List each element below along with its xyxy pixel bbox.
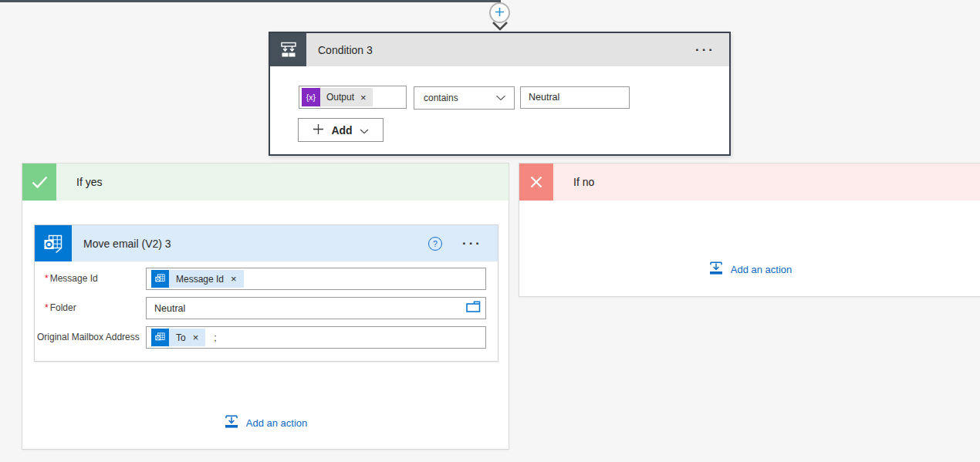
plus-icon [495, 6, 505, 20]
token-label: Output [326, 92, 354, 103]
add-action-label: Add an action [246, 417, 308, 429]
folder-input[interactable]: Neutral [146, 297, 486, 319]
outlook-icon [151, 270, 169, 288]
remove-token-button[interactable]: × [193, 332, 199, 343]
help-button[interactable]: ? [428, 237, 442, 251]
condition-value-input[interactable]: Neutral [520, 86, 630, 109]
add-action-icon [224, 414, 239, 432]
token-label: Message Id [176, 274, 224, 285]
check-icon [22, 164, 56, 201]
token-label: To [176, 332, 186, 343]
outlook-icon [35, 225, 72, 261]
field-label-folder: *Folder [45, 297, 76, 319]
folder-value: Neutral [154, 303, 185, 314]
folder-icon [466, 301, 481, 315]
input-suffix-text: ; [214, 332, 216, 343]
remove-token-button[interactable]: × [360, 92, 367, 103]
chevron-down-icon [495, 93, 506, 103]
condition-card-header[interactable]: Condition 3 ··· [270, 33, 729, 66]
message-id-token-chip[interactable]: Message Id × [151, 270, 244, 288]
condition-menu-button[interactable]: ··· [695, 43, 715, 56]
x-icon [519, 164, 553, 201]
if-yes-branch: If yes Move email (V2) 3 ? [22, 163, 509, 450]
if-no-label: If no [573, 176, 594, 188]
if-no-header[interactable]: If no [519, 164, 980, 201]
action-title: Move email (V2) 3 [83, 238, 428, 250]
folder-picker-button[interactable] [466, 301, 481, 315]
outlook-icon [151, 329, 169, 346]
to-token-chip[interactable]: To × [151, 329, 205, 346]
condition-title: Condition 3 [318, 44, 695, 56]
add-action-icon [708, 261, 724, 278]
add-action-label: Add an action [731, 264, 792, 275]
chevron-down-icon [360, 124, 369, 137]
insert-action-button[interactable] [489, 2, 510, 23]
add-button-label: Add [331, 124, 352, 137]
message-id-input[interactable]: Message Id × [146, 268, 486, 290]
plus-icon [313, 123, 324, 137]
condition-icon [270, 33, 306, 66]
if-yes-label: If yes [76, 176, 102, 188]
if-no-branch: If no Add an action [519, 163, 980, 297]
field-label-message-id: *Message Id [45, 268, 98, 290]
remove-token-button[interactable]: × [231, 273, 237, 285]
action-card-move-email: Move email (V2) 3 ? ··· *Message Id [34, 224, 498, 362]
condition-operator-select[interactable]: contains [414, 86, 515, 110]
field-label-original-mailbox: Original Mailbox Address [37, 326, 140, 349]
condition-card: Condition 3 ··· {x} Output × contains Ne… [269, 32, 731, 156]
original-mailbox-input[interactable]: To × ; [146, 326, 486, 349]
add-action-link[interactable]: Add an action [22, 414, 509, 432]
output-token-chip[interactable]: {x} Output × [302, 88, 373, 106]
expression-icon: {x} [302, 88, 320, 106]
action-menu-button[interactable]: ··· [462, 237, 482, 250]
add-condition-button[interactable]: Add [298, 118, 384, 142]
operator-value: contains [424, 93, 458, 103]
if-yes-header[interactable]: If yes [22, 164, 509, 201]
flow-designer-canvas: Condition 3 ··· {x} Output × contains Ne… [0, 0, 980, 462]
action-card-header[interactable]: Move email (V2) 3 ? ··· [35, 225, 498, 261]
condition-operand-input[interactable]: {x} Output × [299, 86, 407, 109]
add-action-link[interactable]: Add an action [519, 261, 980, 278]
scope-edge-line [0, 0, 501, 2]
